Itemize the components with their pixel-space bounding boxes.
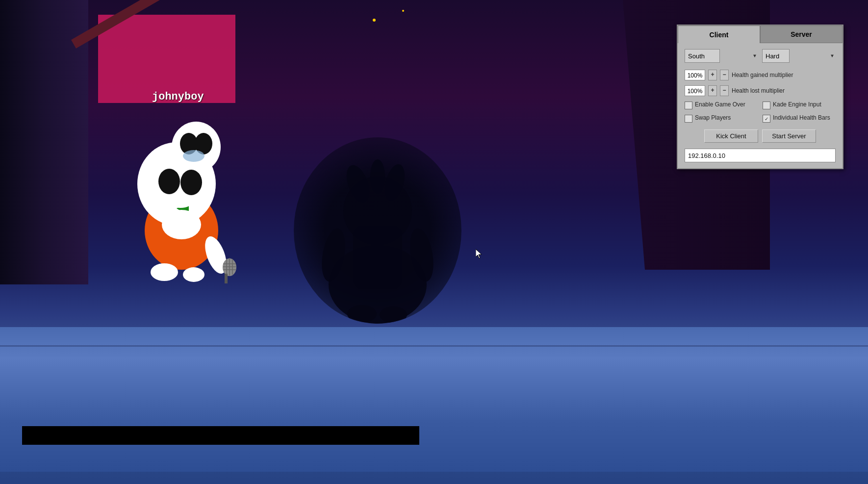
swap-players-label: Swap Players [695,114,731,122]
svg-rect-15 [225,274,228,283]
kick-client-button[interactable]: Kick Client [704,129,758,143]
window-pink-left [98,15,235,103]
tab-client[interactable]: Client [678,25,760,43]
kade-engine-input-item: Kade Engine Input [763,101,836,109]
health-gained-plus-btn[interactable]: + [708,70,717,80]
cursor-icon [476,249,484,259]
svg-point-7 [180,170,202,195]
health-gained-value: 100% [685,70,705,80]
song-dropdown[interactable]: South Bopeebo Fresh Dadbattle Spookeez M… [685,49,720,63]
svg-point-12 [183,267,204,282]
health-lost-value: 100% [685,85,705,96]
health-bar-fill [22,426,419,445]
action-buttons-row: Kick Client Start Server [685,129,836,143]
individual-health-bars-checkbox[interactable] [763,115,770,123]
svg-point-26 [370,159,385,194]
health-lost-label: Health lost multiplier [732,87,836,94]
enable-game-over-label: Enable Game Over [695,101,745,109]
panel-content: South Bopeebo Fresh Dadbattle Spookeez M… [678,43,842,168]
health-lost-row: 100% + − Health lost multiplier [685,85,836,96]
character-area [74,98,294,304]
swap-players-item: Swap Players [685,114,758,123]
svg-marker-32 [476,249,482,258]
stage-floor [0,327,868,484]
health-bar-container [22,426,419,445]
checkboxes-grid: Enable Game Over Kade Engine Input Swap … [685,101,836,123]
difficulty-dropdown[interactable]: Easy Normal Hard [762,49,790,63]
star-1 [373,19,376,22]
ui-panel: Client Server South Bopeebo Fresh Dadbat… [677,25,843,169]
character-sprite [98,98,265,294]
star-2 [402,10,404,12]
tab-bar: Client Server [678,25,842,43]
individual-health-bars-item: Individual Health Bars [763,114,836,123]
floor-line [0,345,868,347]
difficulty-dropdown-wrapper: Easy Normal Hard ▼ [762,49,836,63]
start-server-button[interactable]: Start Server [762,129,816,143]
health-gained-label: Health gained multiplier [732,72,836,78]
health-lost-plus-btn[interactable]: + [708,85,717,96]
enable-game-over-item: Enable Game Over [685,101,758,109]
kade-engine-input-checkbox[interactable] [763,102,770,109]
floor-detail [0,472,868,484]
enable-game-over-checkbox[interactable] [685,102,692,109]
ip-address-input[interactable] [685,149,836,162]
health-lost-minus-btn[interactable]: − [720,85,729,96]
svg-point-9 [162,210,201,239]
song-difficulty-row: South Bopeebo Fresh Dadbattle Spookeez M… [685,49,836,63]
health-gained-minus-btn[interactable]: − [720,70,729,80]
song-dropdown-wrapper: South Bopeebo Fresh Dadbattle Spookeez M… [685,49,758,63]
swap-players-checkbox[interactable] [685,115,692,123]
kade-engine-input-label: Kade Engine Input [773,101,821,109]
svg-point-6 [158,169,180,194]
difficulty-dropdown-arrow: ▼ [831,53,834,59]
svg-point-5 [183,150,204,162]
song-dropdown-arrow: ▼ [753,53,756,59]
health-gained-row: 100% + − Health gained multiplier [685,70,836,80]
svg-point-10 [168,194,193,208]
svg-point-11 [151,263,178,281]
tab-server[interactable]: Server [760,25,842,43]
individual-health-bars-label: Individual Health Bars [773,114,830,122]
